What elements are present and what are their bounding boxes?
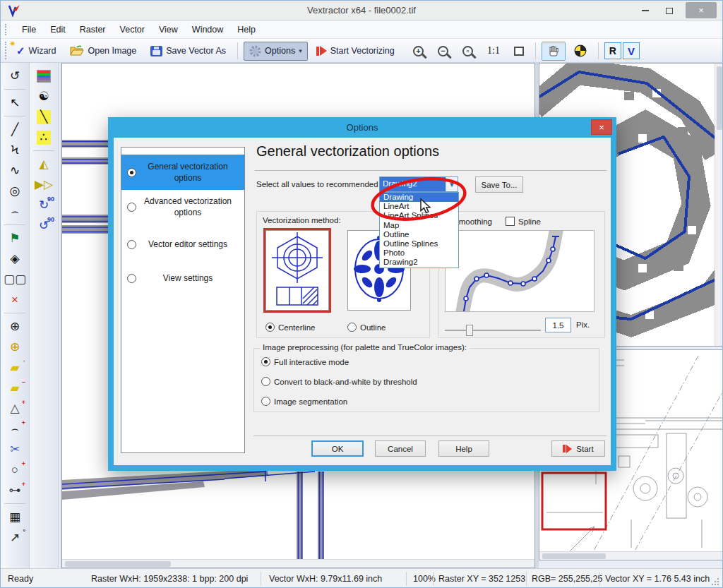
centerline-method-tile[interactable] (265, 230, 329, 311)
tool-move-node-button[interactable]: ⊕ (3, 337, 27, 357)
recommended-for-combobox[interactable]: Drawing2 ▼ (379, 176, 458, 192)
tool-snap-button[interactable]: ↗° (3, 527, 27, 548)
tool-flip-horizontal-button[interactable]: ▶▷ (32, 174, 56, 195)
combobox-arrow-icon[interactable]: ▼ (446, 177, 458, 191)
zoom-in-button[interactable]: + (407, 42, 429, 60)
wizard-button[interactable]: ✳✓ Wizard (11, 41, 61, 61)
tool-rotate-90-cw-button[interactable]: ↻90 (32, 195, 56, 215)
nav-radio-3[interactable] (127, 240, 136, 249)
tool-delete-object-button[interactable]: × (3, 289, 27, 310)
nav-radio-2[interactable] (127, 203, 136, 212)
dropdown-option-lineart[interactable]: LineArt (380, 202, 458, 211)
dropdown-option-outline[interactable]: Outline (380, 230, 458, 239)
tool-undo-button[interactable]: ↺ (3, 66, 27, 86)
tool-erase-point-button[interactable]: ▰· (3, 357, 27, 378)
help-button[interactable]: Help (438, 440, 489, 457)
center-view-button[interactable] (568, 41, 592, 61)
save-vector-as-button[interactable]: Save Vector As (145, 42, 232, 60)
canvas-hscrollbar[interactable] (62, 559, 534, 568)
tool-flip-vertical-button[interactable]: ◭ (32, 154, 56, 174)
outline-radio[interactable] (347, 323, 357, 332)
dropdown-arrow-icon: ▾ (299, 47, 302, 54)
tool-erase-segment-button[interactable]: ▰– (3, 378, 27, 398)
dropdown-option-drawing2[interactable]: Drawing2 (380, 258, 458, 267)
start-vectorizing-button[interactable]: Start Vectorizing (311, 42, 400, 59)
menu-view[interactable]: View (152, 23, 185, 37)
ok-button[interactable]: OK (311, 440, 364, 457)
dropdown-option-outline-splines[interactable]: Outline Splines (380, 239, 458, 248)
tool-add-node-button[interactable]: △+ (3, 398, 27, 419)
cancel-button[interactable]: Cancel (375, 440, 426, 457)
smoothing-value-input[interactable]: 1.5 (545, 318, 571, 332)
tool-move-point-button[interactable]: ⊕ (3, 316, 27, 337)
segmentation-radio[interactable] (261, 397, 270, 406)
tool-invert-colors-button[interactable]: ☯ (32, 86, 56, 107)
threshold-row[interactable]: Convert to black-and-white by threshold (261, 377, 417, 386)
resize-grip-icon[interactable] (711, 577, 719, 586)
tool-add-arc-button[interactable]: ⌢+ (3, 419, 27, 439)
tool-despeckle-button[interactable]: ╲ (32, 107, 56, 127)
menu-vector[interactable]: Vector (113, 23, 152, 37)
open-image-button[interactable]: Open Image (64, 42, 142, 60)
tool-draw-polyline-button[interactable]: Ϟ (3, 140, 27, 160)
smoothing-slider[interactable] (445, 325, 541, 336)
zoom-out-button[interactable]: − (432, 42, 454, 60)
show-raster-toggle[interactable]: R (604, 42, 621, 59)
close-button[interactable]: × (686, 2, 717, 18)
tool-draw-line-button[interactable]: ╱ (3, 119, 27, 140)
menu-raster[interactable]: Raster (73, 23, 113, 37)
tool-move-object-button[interactable]: ◈ (3, 248, 27, 269)
dropdown-option-lineart-splines[interactable]: LineArt Splines (380, 211, 458, 220)
show-vector-toggle[interactable]: V (623, 42, 640, 59)
nav-radio-4[interactable] (127, 274, 136, 283)
menu-window[interactable]: Window (185, 23, 230, 37)
nav-item-1[interactable]: General vectorization options (121, 155, 244, 190)
tool-draw-curve-button[interactable]: ∿ (3, 160, 27, 181)
tool-draw-circle-button[interactable]: ◎ (3, 181, 27, 201)
nav-item-4[interactable]: View settings (121, 268, 244, 289)
menu-help[interactable]: Help (230, 23, 263, 37)
tool-cut-line-button[interactable]: ✂ (3, 439, 27, 460)
tool-rotate-90-ccw-button[interactable]: ↺90 (32, 215, 56, 236)
options-button[interactable]: Options ▾ (244, 42, 308, 61)
tool-close-circle-button[interactable]: ○+ (3, 460, 27, 480)
dropdown-option-map[interactable]: Map (380, 221, 458, 230)
menu-edit[interactable]: Edit (43, 23, 73, 37)
dropdown-option-drawing[interactable]: Drawing (380, 193, 458, 202)
centerline-radio[interactable] (265, 323, 275, 332)
tool-trace-tool-button[interactable]: ⚑ (3, 228, 27, 248)
tool-color-reduction-button[interactable] (32, 66, 56, 86)
tool-draw-arc-button[interactable]: ⌢ (3, 201, 27, 222)
outline-radio-row[interactable]: Outline (347, 323, 386, 332)
tool-remove-speckles-button[interactable]: ∴ (32, 127, 56, 148)
tool-transform-copy-button[interactable]: ▢▢ (3, 269, 27, 289)
full-interactive-radio[interactable] (261, 357, 270, 366)
pan-tool-button[interactable] (542, 42, 566, 61)
nav-item-3[interactable]: Vector editor settings (121, 234, 244, 255)
dropdown-option-photo[interactable]: Photo (380, 248, 458, 258)
menu-file[interactable]: File (15, 23, 43, 37)
nav-item-2[interactable]: Advanced vectorization options (121, 190, 244, 224)
threshold-radio[interactable] (261, 377, 270, 386)
minimize-button[interactable] (636, 4, 655, 17)
status-segment-7: Vector XY = 1.76 5.43 inch (605, 574, 710, 584)
tool-join-lines-button[interactable]: ⊶+ (3, 480, 27, 500)
full-interactive-row[interactable]: Full interactive mode (261, 357, 349, 366)
tool-grid-button[interactable]: ▦ (3, 507, 27, 527)
start-button[interactable]: Start (551, 440, 605, 457)
nav-radio-1[interactable] (127, 168, 136, 177)
slider-thumb[interactable] (466, 325, 473, 336)
maximize-button[interactable] (660, 4, 679, 17)
spline-checkbox-row[interactable]: Spline (506, 217, 541, 226)
dialog-close-button[interactable]: × (591, 119, 612, 135)
save-to-button[interactable]: Save To... (475, 176, 523, 193)
tool-select-cursor-button[interactable]: ↖ (3, 92, 27, 113)
zoom-region-button[interactable]: ▫ (457, 42, 479, 60)
detail-vscrollbar[interactable] (715, 64, 723, 346)
fit-to-window-button[interactable] (508, 43, 530, 59)
zoom-actual-button[interactable]: 1:1 (482, 42, 506, 60)
segmentation-row[interactable]: Image segmentation (261, 397, 347, 406)
overview-hscrollbar[interactable] (539, 551, 723, 560)
centerline-radio-row[interactable]: Centerline (265, 323, 315, 332)
spline-checkbox[interactable] (506, 217, 515, 226)
